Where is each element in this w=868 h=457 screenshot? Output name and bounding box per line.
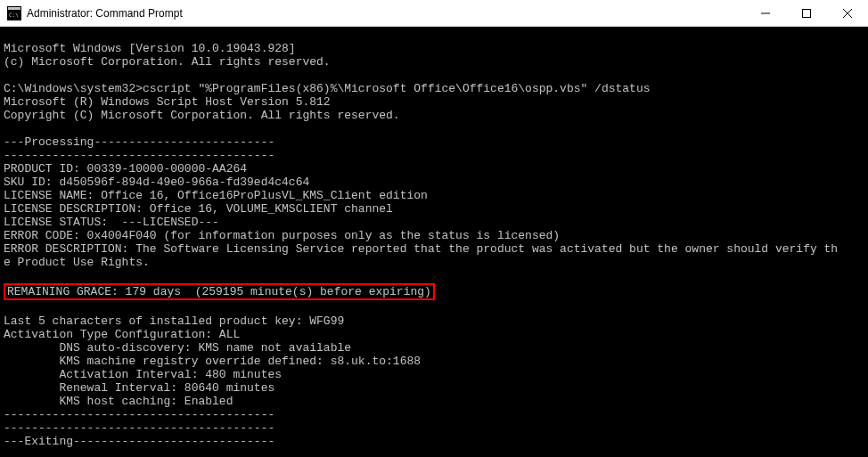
terminal-line: ERROR DESCRIPTION: The Software Licensin…: [4, 242, 864, 256]
terminal-line: Copyright (C) Microsoft Corporation. All…: [4, 109, 864, 122]
terminal-line: [4, 69, 864, 82]
minimize-icon: [761, 9, 770, 18]
svg-text:C:\: C:\: [9, 12, 19, 18]
maximize-icon: [802, 9, 811, 18]
terminal-line: Renewal Interval: 80640 minutes: [4, 381, 864, 395]
svg-rect-1: [8, 7, 20, 10]
terminal-line: [4, 448, 864, 457]
terminal-line: SKU ID: d450596f-894d-49e0-966a-fd39ed4c…: [4, 175, 864, 189]
terminal-line: ---------------------------------------: [4, 421, 864, 435]
terminal-line: LICENSE STATUS: ---LICENSED---: [4, 216, 864, 229]
terminal-line: DNS auto-discovery: KMS name not availab…: [4, 341, 864, 355]
svg-rect-4: [803, 10, 811, 18]
terminal-output[interactable]: Microsoft Windows [Version 10.0.19043.92…: [0, 27, 868, 457]
window-controls: [745, 0, 868, 26]
terminal-line: Activation Interval: 480 minutes: [4, 368, 864, 381]
terminal-line: Activation Type Configuration: ALL: [4, 328, 864, 341]
terminal-line: KMS host caching: Enabled: [4, 395, 864, 408]
terminal-line: Microsoft (R) Windows Script Host Versio…: [4, 95, 864, 109]
close-button[interactable]: [827, 0, 868, 27]
terminal-line: KMS machine registry override defined: s…: [4, 355, 864, 368]
terminal-line: e Product Use Rights.: [4, 256, 864, 269]
window-titlebar: C:\ Administrator: Command Prompt: [0, 0, 868, 27]
terminal-line: ERROR CODE: 0x4004F040 (for information …: [4, 229, 864, 242]
terminal-line: ---------------------------------------: [4, 408, 864, 421]
terminal-line: LICENSE DESCRIPTION: Office 16, VOLUME_K…: [4, 202, 864, 216]
terminal-line: Microsoft Windows [Version 10.0.19043.92…: [4, 42, 864, 55]
terminal-line: Last 5 characters of installed product k…: [4, 314, 864, 328]
window-title: Administrator: Command Prompt: [27, 7, 745, 20]
close-icon: [843, 9, 852, 18]
terminal-line: C:\Windows\system32>cscript "%ProgramFil…: [4, 82, 864, 95]
terminal-line: ---------------------------------------: [4, 149, 864, 162]
highlighted-grace-line: REMAINING GRACE: 179 days (259195 minute…: [4, 283, 435, 300]
terminal-line: ---Exiting-----------------------------: [4, 435, 864, 448]
terminal-line: (c) Microsoft Corporation. All rights re…: [4, 55, 864, 69]
terminal-line: PRODUCT ID: 00339-10000-00000-AA264: [4, 162, 864, 175]
minimize-button[interactable]: [745, 0, 786, 27]
terminal-line: ---Processing--------------------------: [4, 135, 864, 149]
maximize-button[interactable]: [786, 0, 827, 27]
cmd-icon: C:\: [7, 6, 21, 20]
terminal-line: LICENSE NAME: Office 16, Office16ProPlus…: [4, 189, 864, 202]
terminal-line: [4, 122, 864, 135]
